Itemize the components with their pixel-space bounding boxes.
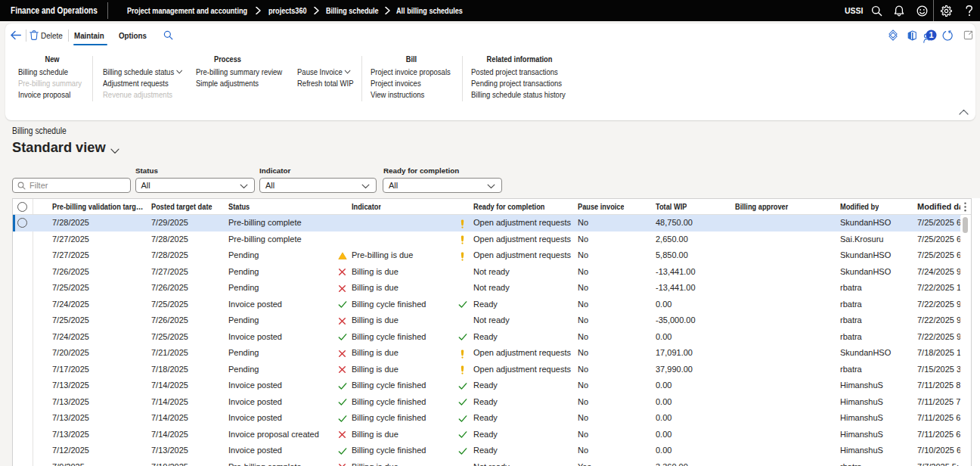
cell-modified-date[interactable]: 7/10/2025 6 xyxy=(917,443,962,459)
grid-row[interactable]: 7/13/20257/14/2025Invoice proposal creat… xyxy=(13,427,961,443)
ribbon-item-pending-project-transactions[interactable]: Pending project transactions xyxy=(471,78,566,89)
cell-indicator[interactable]: Billing is due xyxy=(352,427,399,443)
column-options-icon[interactable] xyxy=(964,202,966,212)
cell-modified-date[interactable]: 7/24/2025 9 xyxy=(917,264,962,281)
open-in-new-window-icon[interactable] xyxy=(963,23,973,47)
cell-status[interactable]: Invoice posted xyxy=(228,443,282,459)
cell-posted-date[interactable]: 7/14/2025 xyxy=(151,410,188,427)
cell-indicator[interactable]: Billing is due xyxy=(352,312,399,329)
cell-pause-invoice[interactable]: Yes xyxy=(578,459,591,466)
column-header-modified-date[interactable]: Modified date xyxy=(917,199,960,215)
cell-modified-by[interactable]: SkundanHSO xyxy=(840,345,891,362)
cell-posted-date[interactable]: 7/13/2025 xyxy=(151,443,188,459)
cell-status[interactable]: Pending xyxy=(228,345,259,362)
cell-modified-date[interactable]: 7/18/2025 1 xyxy=(917,345,962,362)
designer-icon[interactable] xyxy=(888,23,898,47)
grid-row[interactable]: 7/20/20257/21/2025PendingBilling is dueO… xyxy=(13,345,961,362)
cell-indicator[interactable]: Billing cycle finished xyxy=(352,394,426,411)
ribbon-item-project-invoice-proposals[interactable]: Project invoice proposals xyxy=(371,67,451,78)
cell-total-wip[interactable]: 5,850.00 xyxy=(656,247,688,264)
column-header-ready[interactable]: Ready for completion xyxy=(473,199,544,215)
cell-pause-invoice[interactable]: No xyxy=(578,280,588,297)
cell-modified-date[interactable]: 7/22/2025 1 xyxy=(917,280,962,297)
cell-indicator[interactable]: Billing is due xyxy=(352,280,399,297)
cell-pause-invoice[interactable]: No xyxy=(578,231,588,248)
cell-status[interactable]: Invoice posted xyxy=(228,394,282,411)
cell-total-wip[interactable]: 0.00 xyxy=(656,443,671,459)
cell-modified-date[interactable]: 7/25/2025 6 xyxy=(917,247,962,264)
cell-posted-date[interactable]: 7/18/2025 xyxy=(151,362,188,378)
settings-gear-icon[interactable] xyxy=(940,0,952,21)
cell-total-wip[interactable]: 0.00 xyxy=(656,297,671,313)
grid-row[interactable]: 7/28/20257/29/2025Pre-billing completeOp… xyxy=(13,215,961,231)
cell-ready[interactable]: Ready xyxy=(473,427,498,443)
cell-prebilling-date[interactable]: 7/13/2025 xyxy=(52,377,89,394)
cell-total-wip[interactable]: 17,091.00 xyxy=(656,345,693,362)
cell-pause-invoice[interactable]: No xyxy=(578,443,588,459)
cell-modified-by[interactable]: SkundanHSO xyxy=(840,215,891,231)
ribbon-item-pre-billing-summary-review[interactable]: Pre-billing summary review xyxy=(196,67,282,78)
breadcrumb-area[interactable]: projects360 xyxy=(268,0,307,21)
filter-input[interactable] xyxy=(29,181,126,190)
cell-prebilling-date[interactable]: 7/12/2025 xyxy=(52,443,89,459)
grid-row[interactable]: 7/27/20257/28/2025PendingPre-billing is … xyxy=(13,247,961,264)
ribbon-item-invoice-proposal[interactable]: Invoice proposal xyxy=(18,89,82,101)
office-apps-icon[interactable] xyxy=(907,23,917,47)
cell-modified-by[interactable]: HimanshuS xyxy=(840,427,883,443)
app-title[interactable]: Finance and Operations xyxy=(11,0,98,21)
cell-modified-date[interactable]: 7/11/2025 8 xyxy=(917,377,962,394)
cell-ready[interactable]: Not ready xyxy=(473,280,510,297)
cell-ready[interactable]: Not ready xyxy=(473,264,510,281)
cell-ready[interactable]: Ready xyxy=(473,329,498,346)
cell-pause-invoice[interactable]: No xyxy=(578,247,588,264)
cell-pause-invoice[interactable]: No xyxy=(578,312,588,329)
cell-ready[interactable]: Open adjustment requests xyxy=(473,247,571,264)
cell-posted-date[interactable]: 7/25/2025 xyxy=(151,297,188,313)
grid-row[interactable]: 7/17/20257/18/2025PendingBilling is dueO… xyxy=(13,362,961,378)
user-badge-icon[interactable]: 1 xyxy=(923,23,938,47)
cell-status[interactable]: Pending xyxy=(228,247,259,264)
cell-pause-invoice[interactable]: No xyxy=(578,215,588,231)
cell-modified-by[interactable]: HimanshuS xyxy=(840,394,883,411)
cell-indicator[interactable]: Billing is due xyxy=(352,264,399,281)
grid-row[interactable]: 7/27/20257/28/2025Pre-billing completeOp… xyxy=(13,231,961,248)
cell-modified-by[interactable]: rbatra xyxy=(840,329,862,346)
cell-total-wip[interactable]: 0.00 xyxy=(656,394,671,411)
indicator-filter-dropdown[interactable]: All xyxy=(259,178,377,193)
grid-row[interactable]: 7/25/20257/26/2025PendingBilling is dueN… xyxy=(13,280,961,297)
cell-modified-date[interactable]: 7/11/2025 6 xyxy=(917,427,962,443)
cell-modified-by[interactable]: rbatra xyxy=(840,459,862,466)
row-select-radio[interactable] xyxy=(17,218,27,228)
column-header-total-wip[interactable]: Total WIP xyxy=(656,199,687,215)
cell-prebilling-date[interactable]: 7/13/2025 xyxy=(52,410,89,427)
cell-prebilling-date[interactable]: 7/13/2025 xyxy=(52,394,89,411)
cell-prebilling-date[interactable]: 7/27/2025 xyxy=(52,247,89,264)
cell-prebilling-date[interactable]: 7/26/2025 xyxy=(52,264,89,281)
ribbon-item-adjustment-requests[interactable]: Adjustment requests xyxy=(103,78,182,89)
cell-ready[interactable]: Not ready xyxy=(473,312,510,329)
cell-status[interactable]: Invoice proposal created xyxy=(228,427,319,443)
cell-posted-date[interactable]: 7/21/2025 xyxy=(151,345,188,362)
cell-pause-invoice[interactable]: No xyxy=(578,427,588,443)
cell-posted-date[interactable]: 7/14/2025 xyxy=(151,394,188,411)
cell-prebilling-date[interactable]: 7/20/2025 xyxy=(52,345,89,362)
feedback-smiley-icon[interactable] xyxy=(916,0,929,21)
breadcrumb-page[interactable]: Billing schedule xyxy=(326,0,379,21)
cell-prebilling-date[interactable]: 7/24/2025 xyxy=(52,329,89,346)
cell-total-wip[interactable]: 0.00 xyxy=(656,329,671,346)
cell-posted-date[interactable]: 7/29/2025 xyxy=(151,215,188,231)
cell-posted-date[interactable]: 7/27/2025 xyxy=(151,264,188,281)
cell-prebilling-date[interactable]: 7/28/2025 xyxy=(52,215,89,231)
cell-status[interactable]: Pending xyxy=(228,280,259,297)
breadcrumb-module[interactable]: Project management and accounting xyxy=(127,0,247,21)
cell-indicator[interactable]: Billing cycle finished xyxy=(352,410,426,427)
grid-row[interactable]: 7/24/20257/25/2025Invoice postedBilling … xyxy=(13,297,961,313)
column-header-modified-by[interactable]: Modified by xyxy=(840,199,879,215)
cell-indicator[interactable]: Billing is due xyxy=(352,459,399,466)
cell-pause-invoice[interactable]: No xyxy=(578,377,588,394)
cell-indicator[interactable]: Pre-billing is due xyxy=(352,247,413,264)
cell-indicator[interactable]: Billing cycle finished xyxy=(352,329,426,346)
column-header-posted-date[interactable]: Posted target date xyxy=(151,199,212,215)
grid-row[interactable]: 7/13/20257/14/2025Invoice postedBilling … xyxy=(13,394,961,411)
cell-pause-invoice[interactable]: No xyxy=(578,394,588,411)
